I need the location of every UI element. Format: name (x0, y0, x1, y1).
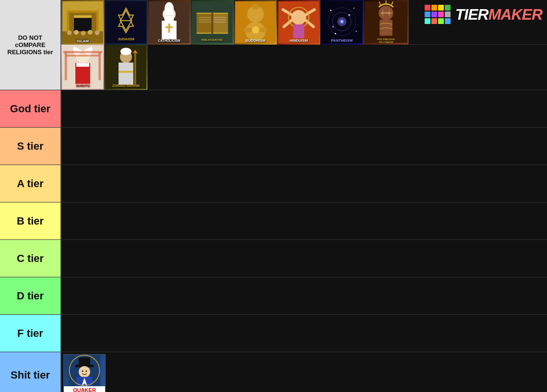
tier-content-f[interactable] (61, 315, 547, 352)
svg-rect-4 (74, 15, 92, 18)
svg-point-7 (74, 30, 79, 35)
religion-card-pantheism[interactable]: PANTHEISM (321, 0, 364, 45)
tier-content-s[interactable] (61, 128, 547, 165)
svg-point-66 (341, 21, 343, 23)
tier-row-d: D tier (0, 277, 547, 314)
logo-cell (445, 12, 451, 17)
svg-rect-19 (165, 12, 174, 15)
svg-point-10 (95, 30, 100, 35)
religion-card-zoroastrianism[interactable]: ZOROASTRIANISM (105, 45, 148, 90)
svg-rect-82 (76, 63, 89, 67)
tier-content-b[interactable] (61, 202, 547, 239)
svg-rect-27 (212, 13, 228, 34)
d-tier-label: D tier (17, 290, 44, 302)
quaker-label: QUAKER (64, 386, 105, 392)
svg-point-43 (258, 28, 267, 33)
svg-rect-83 (65, 52, 67, 80)
svg-rect-84 (98, 52, 101, 80)
logo-cell (425, 12, 430, 17)
svg-text:PANTHEISM: PANTHEISM (331, 38, 353, 43)
tier-row-god: God tier (0, 90, 547, 127)
religion-card-shinto[interactable]: SHINTO (61, 45, 105, 90)
a-tier-label: A tier (17, 178, 43, 190)
svg-rect-85 (63, 51, 102, 53)
svg-point-90 (120, 48, 131, 55)
religion-card-polynesian[interactable]: POLYNESIAN POLYTHEISM (364, 0, 409, 45)
islam-bg (61, 0, 104, 45)
svg-text:POLYTHEISM: POLYTHEISM (379, 41, 393, 44)
svg-point-40 (252, 4, 259, 10)
svg-rect-21 (165, 16, 174, 23)
tier-content-a[interactable] (61, 165, 547, 202)
tier-row-c: C tier (0, 239, 547, 277)
tier-label-b: B tier (0, 202, 61, 239)
quaker-card[interactable]: QUAKER (63, 354, 106, 392)
zoroastrianism-bg: ZOROASTRIANISM (105, 45, 147, 90)
svg-point-6 (67, 30, 72, 35)
tier-label-d: D tier (0, 277, 61, 314)
svg-text:BIBLIOCENTRIC: BIBLIOCENTRIC (202, 38, 224, 41)
tier-content-d[interactable] (61, 277, 547, 314)
svg-point-59 (330, 10, 332, 11)
tier-label-s: S tier (0, 128, 61, 165)
islam-label: ISLAM (61, 39, 104, 44)
logo-maker-text: MaKER (488, 6, 542, 23)
f-tier-label: F tier (17, 327, 43, 340)
catholicism-bg: CATHOLICISM (148, 0, 190, 45)
religion-card-catholicism[interactable]: CATHOLICISM (148, 0, 191, 45)
polynesian-bg: POLYNESIAN POLYTHEISM (364, 0, 408, 45)
logo-cell (425, 18, 430, 24)
tier-content-god[interactable] (61, 90, 547, 127)
religion-card-bibliocentric[interactable]: BIBLIOCENTRIC (191, 0, 234, 45)
c-tier-label: C tier (17, 252, 44, 265)
tier-label-god: God tier (0, 90, 61, 127)
logo-cell (445, 5, 451, 11)
svg-text:ZOROASTRIANISM: ZOROASTRIANISM (112, 84, 140, 87)
tier-row-a: A tier (0, 165, 547, 202)
svg-point-101 (85, 370, 87, 372)
tier-row-shit: Shit tier (0, 352, 547, 392)
logo-cell (438, 5, 444, 11)
svg-point-9 (88, 30, 93, 35)
logo-cell (438, 18, 444, 24)
svg-point-60 (354, 8, 355, 9)
svg-text:JUDAISM: JUDAISM (118, 37, 134, 41)
svg-point-64 (333, 26, 334, 27)
tier-content-shit[interactable]: QUAKER (61, 352, 547, 392)
tier-rows-container: God tier S tier A tier B tier (0, 90, 547, 392)
svg-text:BUDDHISM: BUDDHISM (246, 38, 266, 43)
svg-rect-53 (293, 24, 304, 38)
buddhism-bg: BUDDHISM (234, 0, 277, 45)
svg-text:CATHOLICISM: CATHOLICISM (158, 39, 180, 42)
religion-card-judaism[interactable]: JUDAISM (105, 0, 148, 45)
tier-label-a: A tier (0, 165, 61, 202)
shit-tier-label: Shit tier (11, 369, 50, 381)
svg-point-42 (243, 28, 252, 33)
svg-point-62 (356, 31, 357, 32)
svg-point-8 (81, 31, 86, 36)
shinto-bg: SHINTO (61, 45, 104, 90)
tier-row-s: S tier (0, 127, 547, 165)
empty-space (148, 45, 547, 90)
logo-cell (431, 18, 437, 24)
hinduism-bg: HINDUISM (277, 0, 320, 45)
religion-row-2: SHINTO (61, 45, 547, 90)
tiermaker-logo: TiERMaKER (425, 5, 542, 24)
religion-card-hinduism[interactable]: HINDUISM (277, 0, 321, 45)
tier-label-f: F tier (0, 315, 61, 352)
tier-label-c: C tier (0, 240, 61, 277)
tiermaker-logo-text: TiERMaKER (455, 6, 542, 24)
svg-rect-93 (119, 62, 133, 84)
svg-point-44 (252, 26, 259, 34)
do-not-compare-label: DO NOT cOMPARE RELIGIONS tier (4, 34, 57, 56)
religion-card-buddhism[interactable]: BUDDHISM (234, 0, 277, 45)
logo-cell (445, 18, 451, 24)
b-tier-label: B tier (17, 215, 44, 227)
do-not-compare-cell: DO NOT cOMPARE RELIGIONS tier (0, 0, 61, 90)
logo-tier-text: TiER (455, 6, 488, 23)
svg-text:HINDUISM: HINDUISM (289, 38, 308, 43)
tier-content-c[interactable] (61, 240, 547, 277)
svg-point-47 (291, 10, 306, 25)
god-tier-label: God tier (10, 103, 50, 115)
religion-card-islam[interactable]: ISLAM (61, 0, 105, 45)
